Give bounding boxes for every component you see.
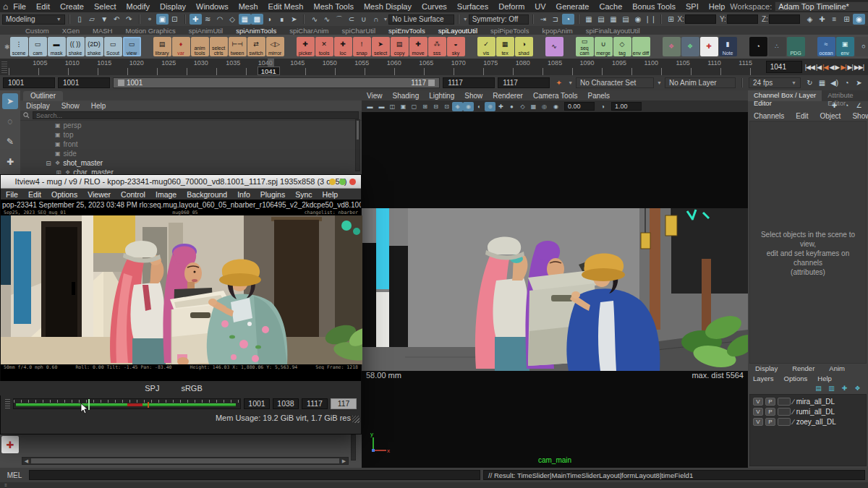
shelf-button[interactable]: ◔ — [749, 37, 767, 56]
sidebar-toggle-icon[interactable]: ⊞ — [841, 14, 853, 25]
range-handle-right[interactable] — [428, 80, 435, 86]
viewport-toolbar-icon[interactable]: ◇ — [517, 102, 528, 111]
minimize-button[interactable] — [329, 179, 336, 185]
outliner-tree-item[interactable]: ▣ top — [20, 130, 362, 140]
chevron-down-icon[interactable]: ▼ — [463, 17, 468, 22]
menu-item[interactable]: Display — [155, 2, 191, 11]
transfer-icon[interactable]: ⊐ — [550, 14, 562, 25]
viewport-toolbar-icon[interactable]: ◉ — [463, 102, 474, 111]
playback-end-field[interactable]: 1117 — [443, 77, 495, 88]
playback-option-icon[interactable]: ◀) — [828, 77, 841, 88]
resize-grip[interactable] — [352, 416, 359, 423]
viewport-camera-icon[interactable]: ▬ — [365, 102, 375, 111]
itview-start-frame[interactable]: 1001 — [244, 398, 270, 409]
itview-menu-item[interactable]: File — [1, 190, 23, 199]
shelf-button[interactable]: ◑ shad — [515, 37, 533, 56]
spj-button[interactable]: SPJ — [145, 384, 159, 393]
playblast-icon[interactable]: ▤ — [620, 14, 632, 25]
shelf-button[interactable]: ◒ sky — [447, 37, 465, 56]
itview-menu-item[interactable]: Edit — [23, 190, 46, 199]
layer-playback-toggle[interactable]: P — [765, 398, 775, 406]
shelf-tab[interactable]: spiAnimTools — [229, 27, 283, 35]
y-coord-input[interactable] — [727, 14, 758, 24]
shelf-button[interactable]: ⋮ scene — [10, 37, 28, 56]
layer-editor-menu-item[interactable]: Help — [812, 374, 837, 382]
menu-set-selector[interactable]: Modeling ▼ — [2, 14, 65, 25]
itview-menu-item[interactable]: Background — [182, 190, 232, 199]
shelf-button[interactable]: PDG — [787, 37, 805, 56]
shelf-button[interactable]: env diff — [632, 37, 650, 56]
menu-item[interactable]: Bonus Tools — [627, 2, 681, 11]
playback-button[interactable]: ▶▶| — [854, 64, 864, 71]
layer-visibility-toggle[interactable]: V — [753, 408, 763, 416]
menu-item[interactable]: Mesh — [234, 2, 263, 11]
shelf-button[interactable]: ⁂ sss — [428, 37, 446, 56]
playback-option-icon[interactable]: ◔ — [841, 77, 853, 88]
itview-menu-item[interactable]: Image — [150, 190, 182, 199]
viewport-toolbar-icon[interactable]: ◈ — [452, 102, 463, 111]
shelf-tab[interactable]: kpopAnim — [535, 27, 579, 35]
shelf-button[interactable]: ! snap — [353, 37, 371, 56]
menu-item[interactable]: Deform — [493, 2, 529, 11]
shelf-tab[interactable]: XGen — [56, 27, 86, 35]
shelf-button[interactable]: select ctrls — [210, 37, 228, 56]
channel-box-menu-item[interactable]: Object — [814, 112, 847, 120]
menu-item[interactable]: Mesh Display — [359, 2, 417, 11]
chevron-down-icon[interactable]: ▼ — [383, 17, 388, 22]
workspace-selector[interactable]: Adam Top Timeline* ▼ — [775, 1, 868, 12]
playback-button[interactable]: |◀◀ — [805, 64, 814, 71]
shelf-button[interactable]: ∪ merge — [595, 37, 613, 56]
viewport-toolbar-icon[interactable]: ▢ — [409, 102, 420, 111]
gamma-icon[interactable]: ◑ — [597, 102, 608, 111]
menu-item[interactable]: Mesh Tools — [309, 2, 359, 11]
scroll-right-icon[interactable]: ▶ — [340, 458, 348, 464]
shelf-button[interactable]: ▭ seq cam — [576, 37, 594, 56]
gamma-field[interactable]: 1.00 — [611, 102, 642, 111]
viewport-toolbar-icon[interactable]: ▣ — [398, 102, 409, 111]
menu-item[interactable]: Edit — [31, 2, 55, 11]
selection-mode-icon[interactable]: ⚬ — [144, 14, 156, 25]
shelf-button[interactable]: ▣ env — [836, 37, 854, 56]
tool-icon[interactable]: ✎ — [2, 134, 18, 150]
viewport-toolbar-icon[interactable]: ✚ — [495, 102, 506, 111]
construction-icon[interactable]: ∩ — [370, 14, 382, 25]
viewport-menu-item[interactable]: Show — [459, 92, 488, 100]
layer-editor-tab[interactable]: Render — [785, 364, 822, 374]
horizontal-scrollbar[interactable]: ◀ ▶ — [22, 457, 349, 465]
layer-color-swatch[interactable] — [778, 418, 791, 426]
sidebar-toggle-icon[interactable]: ≡ — [828, 14, 841, 25]
outliner-tree-item[interactable]: ▣ front — [20, 140, 362, 149]
shelf-button[interactable]: anim tools — [191, 37, 209, 56]
menu-item[interactable]: Help — [704, 2, 731, 11]
menu-item[interactable]: Edit Mesh — [263, 2, 309, 11]
outliner-tab[interactable]: Outliner — [23, 91, 63, 101]
outliner-menu-item[interactable]: Help — [85, 102, 112, 110]
shelf-button[interactable]: ➤ select — [372, 37, 390, 56]
snap-icon[interactable]: ◇ — [226, 14, 239, 25]
playback-button[interactable]: ▶| — [841, 64, 846, 71]
close-button[interactable] — [349, 179, 356, 185]
create-layer-icon[interactable]: ▥ — [827, 384, 836, 393]
home-icon[interactable]: ⌂ — [3, 1, 8, 12]
transfer-icon[interactable]: ◔ — [562, 14, 574, 25]
shelf-button[interactable]: ❖ — [681, 37, 699, 56]
menu-item[interactable]: SPI — [681, 2, 704, 11]
outliner-menu-item[interactable]: Display — [20, 102, 56, 110]
viewport-toolbar-icon[interactable]: ⊕ — [485, 102, 495, 111]
layer-editor-tab[interactable]: Anim — [822, 364, 852, 374]
shelf-button[interactable]: ∴ — [768, 37, 786, 56]
file-toolbar-icon[interactable]: ▼ — [98, 14, 111, 25]
itview-menu-item[interactable]: Info — [232, 190, 255, 199]
timeline-knob[interactable] — [5, 398, 10, 408]
construction-icon[interactable]: ⊂ — [345, 14, 357, 25]
file-toolbar-icon[interactable]: ▱ — [86, 14, 98, 25]
mel-label[interactable]: MEL — [3, 471, 26, 479]
viewport-menu-item[interactable]: Lighting — [424, 92, 459, 100]
shelf-button[interactable]: ♦ var — [172, 37, 190, 56]
playblast-icon[interactable]: ❘❘ — [644, 14, 657, 25]
playback-start-field[interactable]: 1001 — [58, 77, 110, 88]
viewport-toolbar-icon[interactable]: ⊟ — [430, 102, 441, 111]
viewport-toolbar-icon[interactable]: ● — [506, 102, 517, 111]
current-frame-field[interactable]: 1041 — [766, 61, 802, 73]
cursor-icon[interactable]: ➤ — [289, 14, 300, 25]
